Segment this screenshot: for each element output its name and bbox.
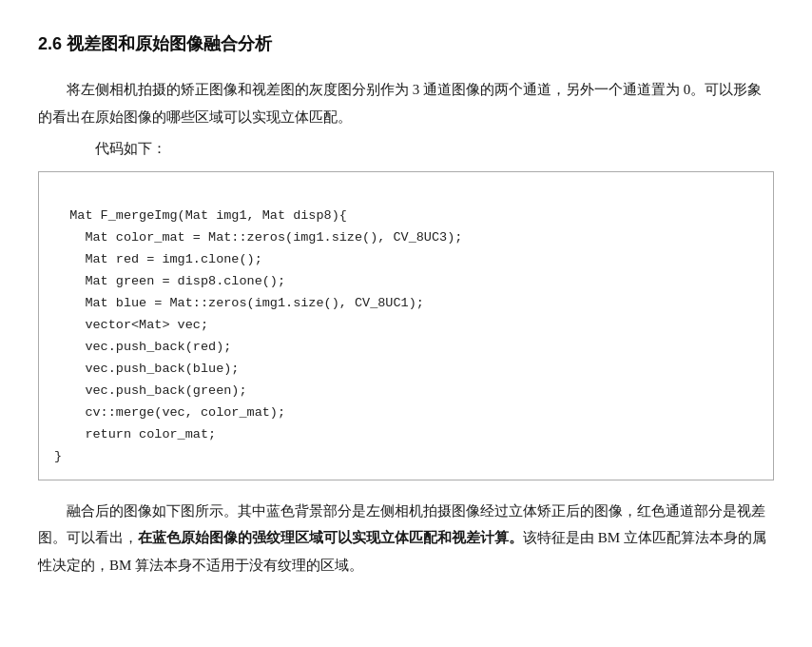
code-block: Mat F_mergeImg(Mat img1, Mat disp8){ Mat… <box>38 171 774 480</box>
section-title: 2.6 视差图和原始图像融合分析 <box>38 29 774 59</box>
code-label: 代码如下： <box>38 136 774 162</box>
bottom-paragraph: 融合后的图像如下图所示。其中蓝色背景部分是左侧相机拍摄图像经过立体矫正后的图像，… <box>38 498 774 579</box>
intro-paragraph-1: 将左侧相机拍摄的矫正图像和视差图的灰度图分别作为 3 通道图像的两个通道，另外一… <box>38 76 774 130</box>
bold-text: 在蓝色原始图像的强纹理区域可以实现立体匹配和视差计算。 <box>138 530 523 545</box>
